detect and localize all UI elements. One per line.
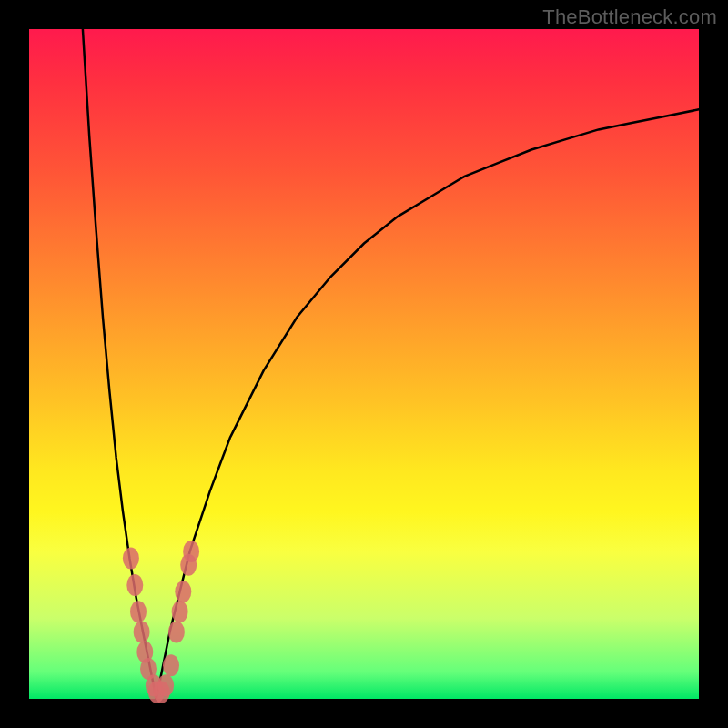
- marker-dot: [172, 601, 188, 622]
- marker-dot: [157, 674, 174, 696]
- curve-right: [157, 109, 699, 699]
- marker-dot: [130, 601, 147, 622]
- marker-dot: [123, 547, 139, 569]
- chart-svg: [29, 29, 699, 699]
- plot-area: [29, 29, 699, 699]
- marker-dot: [168, 621, 185, 642]
- marker-dot: [183, 541, 199, 562]
- marker-dot: [134, 621, 150, 642]
- watermark-text: TheBottleneck.com: [542, 5, 717, 29]
- marker-dot: [126, 574, 143, 596]
- curve-left: [83, 29, 157, 699]
- highlight-markers: [123, 541, 199, 703]
- marker-dot: [163, 654, 179, 676]
- chart-frame: TheBottleneck.com: [0, 0, 728, 728]
- marker-dot: [175, 581, 191, 602]
